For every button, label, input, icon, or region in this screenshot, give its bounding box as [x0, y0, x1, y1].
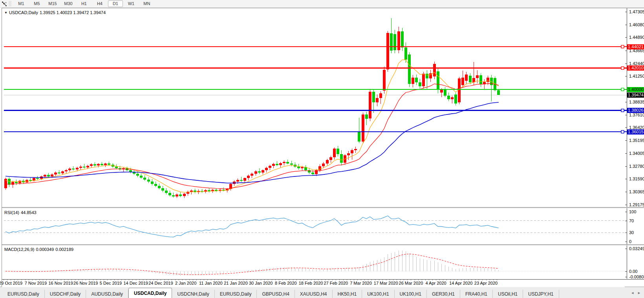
date-label: 7 Mar 2020 — [350, 281, 372, 285]
price-level-badge: 1.39474 — [627, 93, 644, 98]
timeframe-button-w1[interactable]: W1 — [124, 0, 139, 7]
timeframe-button-m5[interactable]: M5 — [29, 0, 44, 7]
chart-tab-eurusd-daily[interactable]: EURUSD,Daily — [2, 290, 45, 298]
axis-tick-label: 1.44890 — [629, 35, 644, 40]
axis-tick — [625, 212, 627, 212]
axis-tick — [625, 205, 627, 205]
axis-tick-label: 0 — [629, 239, 631, 244]
chart-tab-usdcnh-daily[interactable]: USDCNH,Daily — [172, 290, 214, 298]
chart-tab-xauusd-h4[interactable]: XAUUSD,H4 — [295, 290, 333, 298]
chart-tab-eurusd-daily[interactable]: EURUSD,Daily — [215, 290, 257, 298]
chart-tab-usdjpy-h1[interactable]: USDJPY,H1 — [523, 290, 559, 298]
timeframe-button-m1[interactable]: M1 — [14, 0, 29, 7]
chart-tab-usdcad-daily[interactable]: USDCAD,Daily — [128, 288, 172, 298]
macd-label: MACD(12,26,9)0.0003490.002189 — [4, 247, 75, 252]
chart-title-overlay: ▼USDCAD,Daily1.39925 1.40023 1.39472 1.3… — [4, 10, 107, 15]
chart-tabs: EURUSD,DailyUSDCHF,DailyAUDUSD,DailyUSDC… — [0, 287, 628, 298]
axis-tick-label: 1.30365 — [629, 189, 644, 194]
date-label: 8 Feb 2020 — [275, 281, 297, 285]
axis-tick — [625, 277, 627, 277]
axis-tick-label: 1.41250 — [629, 74, 644, 78]
time-axis-border — [2, 279, 644, 280]
macd-pane[interactable] — [4, 245, 627, 279]
axis-tick — [625, 233, 627, 233]
rsi-label: RSI(14)44.8543 — [4, 210, 38, 215]
axis-tick-label: 1.31590 — [629, 176, 644, 181]
collapse-triangle-icon[interactable]: ▼ — [4, 11, 7, 15]
axis-tick-label: 1.47305 — [629, 9, 644, 14]
timeframe-button-d1[interactable]: D1 — [108, 0, 123, 7]
date-label: 5 Dec 2019 — [100, 281, 122, 285]
date-label: 14 Apr 2020 — [449, 281, 472, 285]
macd-signal-value: 0.002189 — [55, 247, 73, 252]
rsi-name: RSI(14) — [4, 210, 19, 215]
date-label: 16 Nov 2019 — [48, 281, 73, 285]
axis-tick-label: 100 — [629, 209, 636, 214]
axis-tick — [625, 51, 627, 51]
rsi-value: 44.8543 — [21, 210, 37, 215]
ohlc-readout: 1.39925 1.40023 1.39472 1.39474 — [40, 10, 106, 15]
chart-title: USDCAD,Daily — [9, 10, 38, 15]
chart-tab-gbpusd-h4[interactable]: GBPUSD,H4 — [257, 290, 295, 298]
trading-terminal-window: ▼ M1M5M15M30H1H4D1W1MN ▼USDCAD,Daily1.39… — [0, 0, 644, 298]
chart-tab-usoil-h1[interactable]: USOil,H1 — [493, 290, 523, 298]
timeframe-button-m15[interactable]: M15 — [45, 0, 60, 7]
axis-tick-label: 1.34005 — [629, 151, 644, 156]
date-label: 30 Jan 2020 — [249, 281, 273, 285]
chart-tab-fra40-h1[interactable]: FRA40,H1 — [460, 290, 493, 298]
rsi-pane[interactable] — [4, 209, 627, 245]
axis-tick-label: 70 — [629, 218, 634, 223]
price-level-badge: 1.36015 — [627, 129, 644, 134]
axis-tick — [625, 249, 627, 249]
axis-tick — [625, 140, 627, 141]
date-label: 24 Dec 2019 — [148, 281, 173, 285]
axis-tick — [625, 37, 627, 38]
toolbar: ▼ M1M5M15M30H1H4D1W1MN — [0, 0, 644, 8]
pane-splitter-rsi[interactable] — [2, 207, 644, 208]
chart-tab-audusd-daily[interactable]: AUDUSD,Daily — [86, 290, 128, 298]
toolbar-grip[interactable] — [9, 1, 11, 6]
chart-tab-uk100-h1[interactable]: UK100,H1 — [395, 290, 427, 298]
timeframe-button-mn[interactable]: MN — [139, 0, 154, 7]
line-studies-tool-button[interactable]: ▼ — [0, 0, 7, 7]
chart-window: ▼USDCAD,Daily1.39925 1.40023 1.39472 1.3… — [2, 8, 644, 287]
tabs-scroll-right-icon[interactable]: ► — [637, 291, 641, 295]
price-level-badge: 1.44021 — [627, 44, 644, 49]
time-axis[interactable]: 29 Oct 20197 Nov 201916 Nov 201926 Nov 2… — [2, 279, 625, 287]
timeframe-button-h4[interactable]: H4 — [92, 0, 107, 7]
axis-tick-label: 0.032493 — [629, 246, 644, 251]
tabs-scroll-left-icon[interactable]: ◄ — [631, 291, 634, 295]
line-studies-icon — [2, 1, 8, 7]
price-level-badge: 1.38026 — [627, 108, 644, 113]
axis-tick — [625, 127, 627, 128]
date-label: 21 Jan 2020 — [224, 281, 248, 285]
axis-tick — [625, 12, 627, 12]
axis-tick-label: 0.00 — [629, 269, 637, 274]
axis-tick — [625, 115, 627, 115]
chart-tab-usdchf-daily[interactable]: USDCHF,Daily — [45, 290, 86, 298]
timeframe-button-h1[interactable]: H1 — [77, 0, 91, 7]
date-label: 2 Jan 2020 — [175, 281, 196, 285]
pane-splitter-macd[interactable] — [2, 244, 644, 245]
date-label: 18 Feb 2020 — [299, 281, 323, 285]
tab-scroll-controls: ◄ ► — [628, 287, 644, 298]
axis-tick — [625, 192, 627, 192]
axis-tick — [625, 64, 627, 64]
price-level-badge: 1.40000 — [627, 87, 644, 92]
macd-name: MACD(12,26,9) — [4, 247, 34, 252]
axis-tick-label: 1.37610 — [629, 113, 644, 117]
axis-tick — [625, 242, 627, 242]
timeframe-button-m30[interactable]: M30 — [61, 0, 76, 7]
axis-tick — [625, 271, 627, 272]
chart-tab-hk50-h1[interactable]: HK50,H1 — [333, 290, 362, 298]
macd-main-value: 0.000349 — [36, 247, 54, 252]
axis-tick-label: -0.008086 — [629, 274, 644, 279]
chart-tab-ger30-h1[interactable]: GER30,H1 — [427, 290, 460, 298]
date-label: 14 Dec 2019 — [123, 281, 148, 285]
axis-tick — [625, 153, 627, 154]
date-label: 26 Nov 2019 — [73, 281, 98, 285]
axis-tick-label: 1.46080 — [629, 22, 644, 27]
axis-tick — [625, 179, 627, 179]
main-price-pane[interactable] — [4, 9, 627, 207]
chart-tab-uk100-h1[interactable]: UK100,H1 — [362, 290, 394, 298]
